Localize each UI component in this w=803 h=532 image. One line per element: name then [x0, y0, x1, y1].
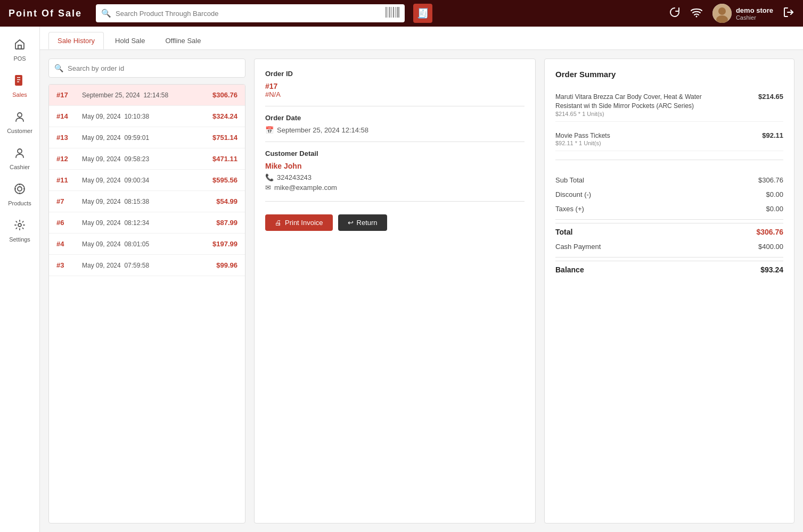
svg-point-20	[18, 187, 22, 191]
search-input[interactable]	[116, 10, 381, 18]
print-invoice-button[interactable]: 🖨 Print Invoice	[265, 214, 333, 231]
svg-rect-15	[17, 77, 20, 78]
cash-payment-value: $400.00	[758, 243, 783, 251]
order-amount-cell: $197.99	[212, 240, 237, 248]
summary-item-name-1: Movie Pass Tickets	[555, 131, 610, 140]
taxes-row: Taxes (+) $0.00	[555, 202, 783, 216]
order-id-cell: #14	[56, 112, 76, 120]
customer-email-row: ✉ mike@example.com	[265, 184, 525, 192]
summary-title: Order Summary	[555, 70, 783, 79]
order-date-section: Order Date 📅 September 25, 2024 12:14:58	[265, 114, 525, 142]
discount-label: Discount (-)	[555, 190, 591, 198]
order-id-cell: #12	[56, 155, 76, 163]
svg-rect-14	[15, 76, 22, 85]
divider-3	[555, 257, 783, 257]
customer-name: Mike John	[265, 162, 525, 170]
sidebar-item-customer[interactable]: Customer	[0, 104, 39, 140]
order-row[interactable]: #17 September 25, 2024 12:14:58 $306.76	[49, 85, 245, 106]
avatar	[712, 4, 732, 23]
total-row: Total $306.76	[555, 223, 783, 239]
tab-sale-history[interactable]: Sale History	[48, 32, 104, 49]
svg-rect-3	[391, 7, 392, 18]
order-id-value: #17	[265, 82, 525, 90]
search-bar[interactable]: 🔍	[96, 4, 405, 22]
sidebar-item-cashier[interactable]: Cashier	[0, 140, 39, 177]
order-amount-cell: $99.96	[216, 261, 237, 269]
total-label: Total	[555, 228, 572, 236]
divider-1	[555, 160, 783, 160]
pos-menu-button[interactable]: 🧾	[413, 4, 432, 23]
balance-row: Balance $93.24	[555, 261, 783, 277]
svg-rect-4	[393, 7, 394, 18]
user-profile: demo store Cashier	[712, 4, 773, 23]
settings-icon	[14, 219, 26, 234]
sub-total-value: $306.76	[758, 176, 783, 184]
cash-payment-label: Cash Payment	[555, 243, 601, 251]
customer-detail-label: Customer Detail	[265, 149, 525, 157]
order-row[interactable]: #6 May 09, 2024 08:12:34 $87.99	[49, 212, 245, 234]
order-date-cell: May 09, 2024 09:58:23	[82, 155, 206, 163]
order-id-section: Order ID #17 #N/A	[265, 70, 525, 106]
svg-point-26	[18, 223, 21, 227]
return-icon: ↩	[348, 219, 354, 227]
sub-total-label: Sub Total	[555, 176, 584, 184]
taxes-value: $0.00	[766, 205, 783, 213]
sidebar-products-label: Products	[8, 200, 31, 206]
logout-icon[interactable]	[783, 6, 794, 21]
order-row[interactable]: #14 May 09, 2024 10:10:38 $324.24	[49, 106, 245, 127]
divider-2	[555, 219, 783, 220]
order-date-label: Order Date	[265, 114, 525, 122]
svg-rect-5	[395, 7, 396, 18]
order-date-row: 📅 September 25, 2024 12:14:58	[265, 126, 525, 134]
sidebar-settings-label: Settings	[9, 236, 30, 243]
discount-value: $0.00	[766, 190, 783, 198]
svg-rect-7	[398, 7, 399, 18]
email-icon: ✉	[265, 184, 271, 192]
order-amount-cell: $324.24	[212, 112, 237, 120]
order-na-value: #N/A	[265, 90, 525, 98]
order-list: #17 September 25, 2024 12:14:58 $306.76 …	[48, 84, 245, 523]
summary-item-1: Movie Pass Tickets $92.11 * 1 Unit(s) $9…	[555, 127, 783, 152]
order-date-cell: May 09, 2024 09:00:34	[82, 177, 206, 184]
order-row[interactable]: #12 May 09, 2024 09:58:23 $471.11	[49, 148, 245, 170]
svg-point-18	[18, 113, 22, 117]
summary-item-sub-1: $92.11 * 1 Unit(s)	[555, 140, 610, 146]
order-amount-cell: $306.76	[212, 91, 237, 99]
customer-phone-row: 📞 324243243	[265, 173, 525, 181]
user-role: Cashier	[736, 14, 773, 21]
svg-rect-16	[17, 79, 20, 80]
tab-hold-sale[interactable]: Hold Sale	[106, 32, 154, 49]
order-id-cell: #6	[56, 219, 76, 227]
summary-item-price-1: $92.11	[762, 131, 783, 139]
sidebar-item-pos[interactable]: POS	[0, 32, 39, 68]
order-id-label: Order ID	[265, 70, 525, 78]
search-order-input[interactable]	[68, 64, 240, 72]
cashier-icon	[14, 147, 26, 162]
sidebar-item-settings[interactable]: Settings	[0, 213, 39, 249]
summary-item-name-0: Maruti Vitara Brezza Car Body Cover, Hea…	[555, 93, 715, 111]
summary-item-0: Maruti Vitara Brezza Car Body Cover, Hea…	[555, 88, 783, 122]
order-row[interactable]: #13 May 09, 2024 09:59:01 $751.14	[49, 127, 245, 148]
order-amount-cell: $751.14	[212, 134, 237, 142]
svg-rect-13	[18, 45, 21, 49]
refresh-icon[interactable]	[669, 6, 681, 21]
search-icon: 🔍	[101, 9, 111, 18]
order-row[interactable]: #7 May 09, 2024 08:15:38 $54.99	[49, 191, 245, 212]
topbar-icons: demo store Cashier	[669, 4, 794, 23]
sidebar-item-sales[interactable]: Sales	[0, 68, 39, 104]
taxes-label: Taxes (+)	[555, 205, 584, 213]
topbar: Point Of Sale 🔍 🧾 demo store Cashier	[0, 0, 803, 27]
barcode-icon	[386, 7, 399, 20]
return-button[interactable]: ↩ Return	[338, 214, 387, 231]
sidebar-item-products[interactable]: Products	[0, 177, 39, 213]
order-date-value: September 25, 2024 12:14:58	[277, 126, 368, 134]
search-order-bar[interactable]: 🔍	[48, 59, 245, 78]
tab-offline-sale[interactable]: Offline Sale	[156, 32, 210, 49]
main-layout: POS Sales Customer Cashier Products	[0, 27, 803, 532]
pos-menu-icon: 🧾	[417, 7, 429, 19]
order-row[interactable]: #4 May 09, 2024 08:01:05 $197.99	[49, 234, 245, 255]
summary-item-sub-0: $214.65 * 1 Unit(s)	[555, 111, 715, 117]
order-row[interactable]: #3 May 09, 2024 07:59:58 $99.96	[49, 255, 245, 276]
order-row[interactable]: #11 May 09, 2024 09:00:34 $595.56	[49, 170, 245, 191]
order-id-cell: #4	[56, 240, 76, 248]
